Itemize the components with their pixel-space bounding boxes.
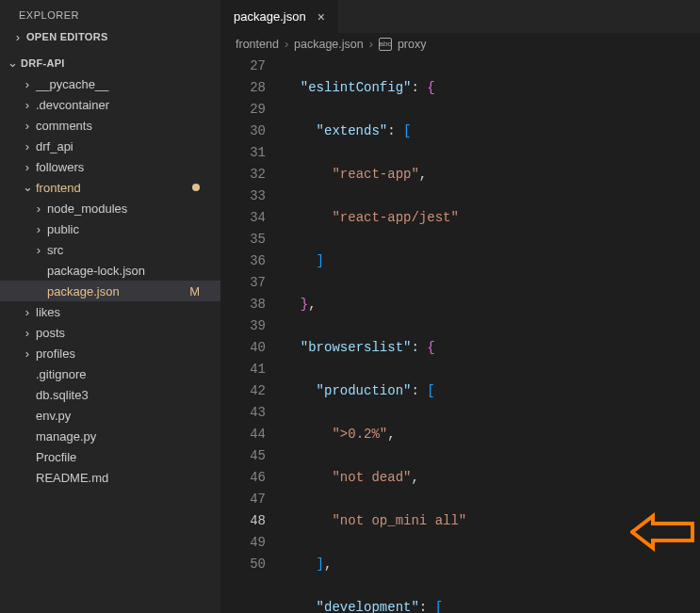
chevron-right-icon: ›: [23, 139, 32, 153]
close-icon[interactable]: ×: [314, 9, 329, 24]
chevron-right-icon: ›: [23, 77, 32, 91]
breadcrumb-file[interactable]: package.json: [294, 38, 364, 51]
folder-posts[interactable]: › posts: [0, 322, 220, 343]
chevron-right-icon: ›: [23, 305, 32, 319]
chevron-right-icon: ›: [23, 160, 32, 174]
chevron-right-icon: ›: [34, 222, 43, 236]
annotation-arrow-icon: [630, 510, 696, 554]
file-env-py[interactable]: env.py: [0, 405, 220, 426]
breadcrumb[interactable]: frontend › package.json › abc proxy: [220, 33, 700, 56]
folder-drf-api[interactable]: › drf_api: [0, 136, 220, 156]
chevron-right-icon: ›: [13, 30, 23, 44]
chevron-down-icon: ⌄: [23, 180, 32, 194]
file-db-sqlite[interactable]: db.sqlite3: [0, 384, 220, 405]
folder-profiles[interactable]: › profiles: [0, 343, 220, 363]
folder-likes[interactable]: › likes: [0, 301, 220, 322]
tab-label: package.json: [234, 9, 306, 24]
folder-node-modules[interactable]: › node_modules: [0, 198, 220, 218]
editor-pane: package.json × frontend › package.json ›…: [220, 0, 700, 613]
chevron-right-icon: ›: [23, 98, 32, 112]
svg-marker-0: [632, 516, 692, 548]
chevron-right-icon: ›: [23, 347, 32, 361]
chevron-right-icon: ›: [23, 119, 32, 133]
code-editor[interactable]: 27 28 29 30 31 32 33 34 35 36 37 38 39 4…: [220, 56, 700, 613]
chevron-right-icon: ›: [369, 38, 373, 51]
folder-public[interactable]: › public: [0, 218, 220, 239]
folder-comments[interactable]: › comments: [0, 115, 220, 136]
explorer-sidebar: EXPLORER › OPEN EDITORS ⌄ DRF-API › __py…: [0, 0, 220, 613]
folder-pycache[interactable]: › __pycache__: [0, 73, 220, 94]
folder-followers[interactable]: › followers: [0, 156, 220, 177]
root-folder[interactable]: ⌄ DRF-API: [0, 53, 220, 73]
chevron-right-icon: ›: [285, 38, 288, 51]
line-number-gutter: 27 28 29 30 31 32 33 34 35 36 37 38 39 4…: [220, 56, 285, 613]
editor-tabs: package.json ×: [220, 0, 700, 33]
chevron-down-icon: ⌄: [8, 56, 17, 70]
open-editors-section[interactable]: › OPEN EDITORS: [0, 26, 220, 47]
file-manage-py[interactable]: manage.py: [0, 426, 220, 446]
chevron-right-icon: ›: [34, 243, 43, 257]
file-gitignore[interactable]: .gitignore: [0, 363, 220, 384]
file-package-lock[interactable]: package-lock.json: [0, 260, 220, 281]
file-readme[interactable]: README.md: [0, 467, 220, 488]
chevron-right-icon: ›: [23, 326, 32, 340]
folder-src[interactable]: › src: [0, 239, 220, 260]
explorer-title: EXPLORER: [0, 6, 220, 26]
modified-dot-icon: [192, 184, 200, 191]
breadcrumb-frontend[interactable]: frontend: [236, 38, 279, 51]
file-package-json[interactable]: package.json M: [0, 281, 220, 301]
string-icon: abc: [379, 38, 392, 51]
chevron-right-icon: ›: [34, 202, 43, 216]
file-procfile[interactable]: Procfile: [0, 446, 220, 467]
breadcrumb-key[interactable]: proxy: [398, 38, 427, 51]
tab-package-json[interactable]: package.json ×: [220, 0, 339, 33]
modified-badge: M: [189, 284, 200, 298]
folder-frontend[interactable]: ⌄ frontend: [0, 177, 220, 198]
folder-devcontainer[interactable]: › .devcontainer: [0, 94, 220, 115]
